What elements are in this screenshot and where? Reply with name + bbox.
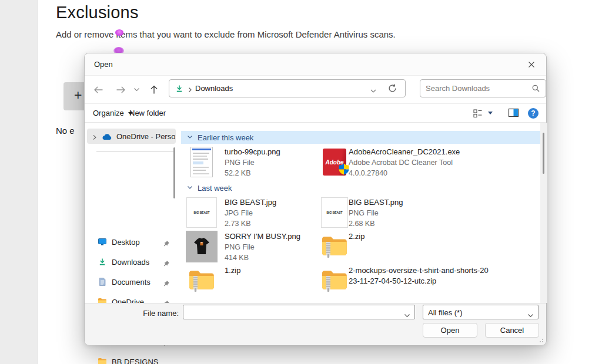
- arrow-right-icon: [115, 85, 126, 95]
- sidebar-item-documents[interactable]: Documents: [85, 275, 177, 290]
- screen: Exclusions Add or remove items that you …: [0, 0, 602, 364]
- organize-button[interactable]: Organize: [93, 109, 133, 117]
- file-item[interactable]: 1.zip: [182, 265, 319, 298]
- recent-locations-button[interactable]: [132, 83, 141, 96]
- cancel-button[interactable]: Cancel: [485, 323, 539, 338]
- sidebar-item-label: Desktop: [112, 238, 140, 247]
- pin-icon[interactable]: [163, 239, 170, 250]
- refresh-icon: [387, 83, 397, 93]
- page-description: Add or remove items that you want to exc…: [56, 29, 396, 39]
- uac-shield-icon: [338, 163, 350, 178]
- dialog-titlebar[interactable]: Open: [85, 53, 546, 76]
- file-item[interactable]: 2.zip: [321, 231, 540, 264]
- file-name-combobox: [183, 305, 415, 319]
- group-label: Earlier this week: [198, 133, 253, 142]
- sidebar-item-label: Downloads: [112, 258, 149, 267]
- new-folder-button[interactable]: New folder: [129, 109, 166, 117]
- file-type-value: All files (*): [428, 308, 463, 317]
- file-type-select[interactable]: All files (*): [423, 305, 539, 319]
- file-type: PNG File: [349, 208, 489, 218]
- file-size: 2.73 KB: [225, 218, 276, 229]
- sidebar-divider: [96, 151, 174, 152]
- chevron-down-icon[interactable]: [404, 310, 410, 321]
- pin-icon[interactable]: [163, 279, 170, 289]
- back-button[interactable]: [92, 83, 105, 96]
- adobe-exe-icon: Adobe: [321, 146, 348, 178]
- open-button[interactable]: Open: [423, 323, 477, 338]
- sidebar-scrollbar[interactable]: [173, 147, 175, 198]
- address-dropdown-button[interactable]: [370, 86, 377, 96]
- group-header-earlier-this-week[interactable]: Earlier this week: [181, 131, 540, 144]
- thumbnail-text: BIG BEAST: [193, 211, 209, 214]
- view-mode-icon: [473, 108, 483, 119]
- breadcrumb-chevron-icon: [187, 85, 193, 96]
- question-icon: ?: [531, 109, 535, 117]
- file-item[interactable]: Adobe AdobeAcroCleaner_DC2021.exe Adobe …: [321, 146, 540, 179]
- tshirt-thumbnail: [186, 231, 218, 262]
- sidebar-item-desktop[interactable]: Desktop: [85, 235, 177, 250]
- document-icon: [98, 277, 107, 289]
- sidebar-item-bb-designs[interactable]: BB DESIGNS: [85, 355, 177, 364]
- view-mode-button[interactable]: [473, 108, 483, 121]
- sidebar-item-label: Documents: [112, 278, 150, 287]
- dialog-footer: File name: All files (*) Open Cancel: [85, 303, 546, 345]
- help-button[interactable]: ?: [528, 108, 539, 119]
- resize-grip[interactable]: [539, 338, 543, 342]
- forward-button[interactable]: [114, 83, 127, 96]
- group-header-last-week[interactable]: Last week: [181, 181, 540, 194]
- chevron-down-icon: [187, 135, 193, 140]
- search-box: [420, 79, 546, 97]
- file-name: turbo-99cpu.png: [225, 147, 280, 157]
- group-label: Last week: [198, 184, 232, 193]
- file-size: 414 KB: [225, 252, 300, 263]
- address-bar[interactable]: Downloads: [169, 79, 406, 97]
- file-size: 2.68 KB: [349, 218, 489, 229]
- downloads-icon: [98, 257, 107, 269]
- command-toolbar: Organize New folder ?: [85, 104, 546, 123]
- sidebar-item-label: BB DESIGNS: [112, 358, 158, 364]
- file-name: SORRY I'M BUSY.png: [225, 231, 300, 242]
- file-name-input[interactable]: [187, 306, 399, 318]
- breadcrumb-location[interactable]: Downloads: [195, 84, 233, 93]
- pin-icon[interactable]: [163, 259, 170, 269]
- file-item[interactable]: BIG BEAST BIG BEAST.png PNG File 2.68 KB: [321, 197, 540, 230]
- file-name: 2.zip: [349, 231, 489, 242]
- expand-chevron-icon[interactable]: [92, 133, 98, 143]
- file-item[interactable]: 2-mockups-oversize-t-shirt-and-shorts-20…: [321, 265, 540, 298]
- file-item[interactable]: BIG BEAST BIG BEAST.jpg JPG File 2.73 KB: [182, 197, 319, 230]
- close-button[interactable]: [523, 58, 540, 72]
- file-item[interactable]: turbo-99cpu.png PNG File 52.2 KB: [182, 146, 319, 179]
- file-version: 4.0.0.27840: [349, 168, 489, 178]
- navigation-row: Downloads: [85, 76, 546, 104]
- chevron-down-icon: [133, 87, 140, 92]
- preview-pane-icon: [508, 108, 519, 117]
- organize-label: Organize: [93, 109, 124, 117]
- downloads-icon: [175, 84, 184, 96]
- dialog-title: Open: [94, 60, 113, 69]
- page-title: Exclusions: [56, 3, 139, 22]
- onedrive-cloud-icon: [101, 132, 113, 143]
- search-input[interactable]: [426, 80, 526, 96]
- view-dropdown-triangle-icon[interactable]: [488, 112, 493, 114]
- preview-pane-button[interactable]: [508, 108, 519, 120]
- up-button[interactable]: [148, 83, 160, 96]
- security-left-rail: [0, 0, 38, 364]
- thumbnail-text: BIG BEAST: [326, 211, 342, 214]
- image-thumbnail: BIG BEAST: [186, 197, 218, 228]
- file-name: AdobeAcroCleaner_DC2021.exe: [349, 147, 489, 157]
- file-item[interactable]: SORRY I'M BUSY.png PNG File 414 KB: [182, 231, 319, 264]
- file-name: 1.zip: [225, 265, 240, 276]
- screenshot-thumbnail: [186, 146, 218, 178]
- file-name: 2-mockups-oversize-t-shirt-and-shorts-20…: [349, 265, 489, 287]
- refresh-button[interactable]: [387, 83, 397, 96]
- file-list-scrollbar[interactable]: [543, 133, 544, 174]
- search-icon: [531, 84, 540, 95]
- sidebar-item-downloads[interactable]: Downloads: [85, 255, 177, 270]
- plus-icon: +: [74, 87, 82, 103]
- navigation-pane: OneDrive - Perso Desktop: [85, 123, 177, 303]
- file-type: PNG File: [225, 242, 300, 252]
- file-type: PNG File: [225, 157, 280, 168]
- zip-folder-icon: [186, 265, 218, 296]
- desktop-icon: [98, 237, 107, 249]
- sidebar-item-onedrive-personal[interactable]: OneDrive - Perso: [87, 129, 176, 144]
